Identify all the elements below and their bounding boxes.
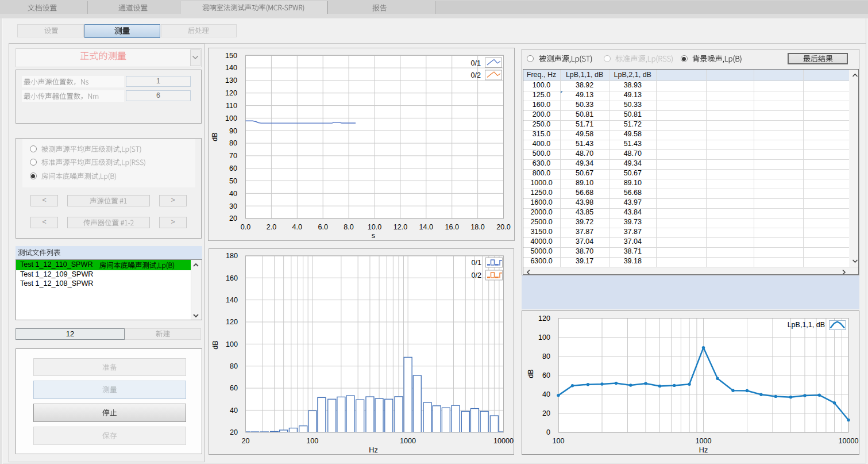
- svg-text:80: 80: [229, 139, 237, 147]
- svg-text:120: 120: [226, 318, 238, 326]
- svg-text:LpB,1,1, dB: LpB,1,1, dB: [788, 321, 825, 329]
- svg-text:80: 80: [230, 362, 238, 370]
- svg-text:90: 90: [229, 127, 237, 135]
- svg-text:Hz: Hz: [369, 446, 377, 454]
- svg-text:dB: dB: [527, 369, 535, 378]
- svg-text:100: 100: [306, 436, 318, 444]
- svg-text:30: 30: [229, 202, 237, 210]
- svg-text:100: 100: [226, 340, 238, 348]
- svg-text:130: 130: [225, 76, 237, 85]
- svg-text:40: 40: [542, 390, 550, 398]
- svg-text:110: 110: [226, 102, 237, 110]
- svg-text:20.0: 20.0: [496, 223, 511, 231]
- svg-text:8.0: 8.0: [344, 223, 354, 231]
- svg-text:0/1: 0/1: [470, 59, 481, 67]
- svg-text:4.0: 4.0: [292, 223, 303, 231]
- svg-text:6.0: 6.0: [318, 223, 328, 231]
- svg-text:10.0: 10.0: [368, 223, 382, 231]
- svg-text:14.0: 14.0: [419, 223, 434, 231]
- svg-text:16.0: 16.0: [445, 223, 459, 231]
- svg-text:120: 120: [225, 89, 237, 97]
- svg-text:40: 40: [230, 406, 238, 414]
- svg-text:20: 20: [229, 214, 237, 223]
- svg-text:60: 60: [229, 164, 237, 172]
- svg-text:10000: 10000: [493, 436, 514, 444]
- svg-text:180: 180: [226, 252, 238, 260]
- svg-text:0.0: 0.0: [241, 223, 251, 231]
- svg-text:70: 70: [229, 152, 237, 160]
- svg-text:50: 50: [229, 177, 237, 185]
- svg-text:0/2: 0/2: [470, 71, 481, 79]
- svg-text:150: 150: [225, 52, 237, 60]
- svg-text:0: 0: [546, 428, 550, 436]
- svg-text:1000: 1000: [400, 436, 416, 444]
- svg-text:100: 100: [552, 437, 564, 445]
- svg-text:120: 120: [538, 315, 550, 323]
- svg-text:2.0: 2.0: [267, 223, 277, 231]
- svg-text:100: 100: [538, 333, 550, 342]
- svg-text:20: 20: [542, 409, 550, 417]
- svg-text:12.0: 12.0: [394, 223, 408, 231]
- svg-text:0/1: 0/1: [471, 259, 481, 267]
- svg-text:10000: 10000: [838, 437, 858, 445]
- svg-text:dB: dB: [211, 340, 219, 349]
- svg-text:s: s: [372, 232, 375, 240]
- svg-text:20: 20: [241, 436, 249, 444]
- svg-text:Hz: Hz: [699, 446, 708, 454]
- svg-text:40: 40: [229, 190, 237, 198]
- svg-text:140: 140: [226, 296, 238, 304]
- svg-text:dB: dB: [211, 132, 219, 141]
- svg-text:80: 80: [542, 352, 550, 361]
- svg-text:60: 60: [542, 371, 550, 379]
- svg-text:100: 100: [225, 114, 237, 122]
- svg-text:60: 60: [230, 384, 238, 392]
- svg-text:160: 160: [226, 274, 238, 282]
- svg-text:18.0: 18.0: [470, 223, 485, 231]
- svg-text:140: 140: [225, 64, 237, 72]
- svg-text:1000: 1000: [695, 437, 711, 445]
- svg-text:0/2: 0/2: [471, 271, 481, 279]
- svg-text:20: 20: [230, 428, 238, 436]
